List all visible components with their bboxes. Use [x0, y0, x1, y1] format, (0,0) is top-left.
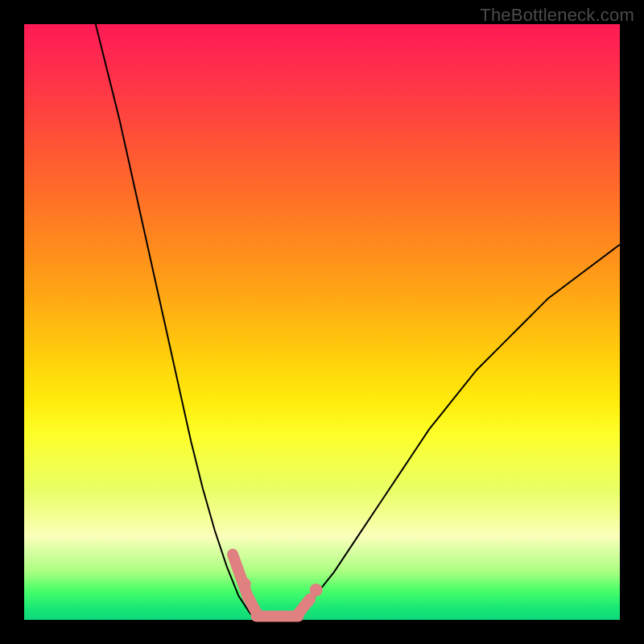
plot-area: [24, 24, 620, 620]
watermark-text: TheBottleneck.com: [480, 5, 634, 26]
series-right-branch: [298, 245, 620, 614]
curve-group: [96, 24, 620, 619]
chart-frame: TheBottleneck.com: [0, 0, 644, 644]
marker-dot-4: [310, 584, 323, 597]
chart-svg: [24, 24, 620, 620]
marker-pill-1: [248, 596, 257, 613]
marker-pill-3: [298, 599, 310, 614]
marker-dot-5: [238, 578, 251, 591]
series-left-branch: [96, 24, 250, 614]
